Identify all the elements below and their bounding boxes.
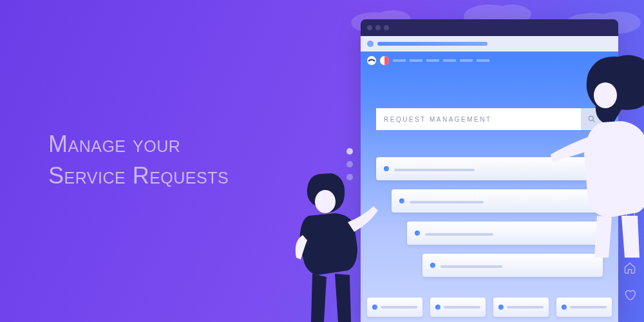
- tab-icon: [380, 56, 389, 65]
- status-dot: [399, 198, 404, 204]
- heart-icon[interactable]: [623, 289, 636, 301]
- svg-point-14: [594, 82, 617, 108]
- list-item[interactable]: [493, 298, 549, 317]
- page-title: Manage your Service Requests: [48, 129, 229, 191]
- nav-dot[interactable]: [346, 161, 353, 167]
- list-item[interactable]: [430, 298, 486, 317]
- headline-line-2: Service Requests: [48, 162, 229, 189]
- tab-icon: [367, 56, 376, 65]
- tab-placeholder: [393, 59, 406, 62]
- tab-placeholder: [477, 59, 489, 62]
- window-titlebar: [361, 19, 618, 36]
- tab-placeholder: [460, 59, 473, 62]
- status-dot: [415, 231, 420, 236]
- browser-url-bar: [361, 36, 618, 52]
- bottom-card-row: [367, 298, 612, 317]
- svg-point-13: [315, 190, 336, 213]
- headline-line-1: Manage your: [48, 131, 180, 157]
- nav-dot[interactable]: [346, 148, 353, 155]
- url-text-placeholder: [377, 42, 488, 46]
- traffic-light-dot: [375, 25, 381, 30]
- status-dot: [430, 263, 435, 268]
- url-favicon: [367, 41, 374, 47]
- person-illustration-right: [551, 52, 644, 258]
- tab-placeholder: [426, 59, 439, 62]
- traffic-light-dot: [367, 25, 372, 30]
- list-item[interactable]: [556, 298, 612, 317]
- traffic-light-dot: [384, 25, 389, 30]
- home-icon[interactable]: [623, 261, 636, 274]
- tab-placeholder: [443, 59, 456, 62]
- tab-placeholder: [410, 59, 422, 62]
- person-illustration-left: [287, 171, 390, 322]
